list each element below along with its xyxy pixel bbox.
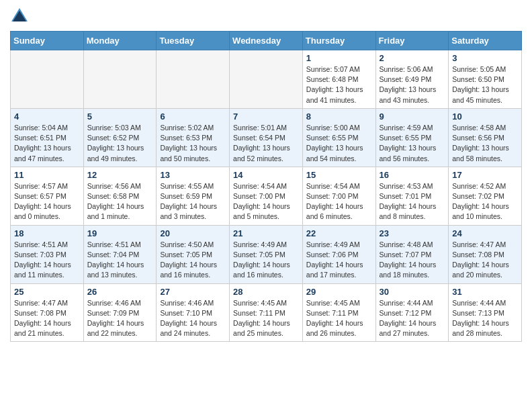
calendar-cell: 5Sunrise: 5:03 AMSunset: 6:52 PMDaylight…: [83, 108, 157, 167]
weekday-header-monday: Monday: [83, 32, 157, 50]
day-number: 24: [452, 228, 518, 238]
day-info: Sunrise: 5:03 AMSunset: 6:52 PMDaylight:…: [87, 123, 153, 164]
calendar-cell: 29Sunrise: 4:45 AMSunset: 7:11 PMDayligh…: [302, 283, 375, 342]
calendar-cell: 8Sunrise: 5:00 AMSunset: 6:55 PMDaylight…: [302, 108, 375, 167]
header: [10, 7, 522, 26]
day-number: 30: [380, 287, 445, 297]
day-number: 16: [380, 170, 445, 180]
weekday-header-thursday: Thursday: [302, 32, 375, 50]
calendar-cell: 6Sunrise: 5:02 AMSunset: 6:53 PMDaylight…: [157, 108, 230, 167]
day-info: Sunrise: 5:02 AMSunset: 6:53 PMDaylight:…: [160, 123, 226, 164]
day-info: Sunrise: 5:05 AMSunset: 6:50 PMDaylight:…: [452, 64, 518, 105]
day-info: Sunrise: 4:51 AMSunset: 7:03 PMDaylight:…: [14, 240, 80, 281]
weekday-header-saturday: Saturday: [449, 32, 522, 50]
day-number: 22: [306, 228, 372, 238]
day-number: 17: [452, 170, 518, 180]
day-info: Sunrise: 4:50 AMSunset: 7:05 PMDaylight:…: [160, 240, 226, 281]
calendar-cell: 28Sunrise: 4:45 AMSunset: 7:11 PMDayligh…: [230, 283, 303, 342]
calendar-cell: 21Sunrise: 4:49 AMSunset: 7:05 PMDayligh…: [230, 225, 303, 283]
calendar-cell: 15Sunrise: 4:54 AMSunset: 7:00 PMDayligh…: [302, 167, 375, 225]
calendar-cell: [157, 50, 230, 109]
day-number: 3: [452, 53, 518, 63]
calendar-cell: 25Sunrise: 4:47 AMSunset: 7:08 PMDayligh…: [11, 283, 84, 342]
weekday-header-tuesday: Tuesday: [157, 32, 230, 50]
week-row-1: 1Sunrise: 5:07 AMSunset: 6:48 PMDaylight…: [11, 50, 522, 109]
calendar-cell: 13Sunrise: 4:55 AMSunset: 6:59 PMDayligh…: [157, 167, 230, 225]
calendar-cell: 27Sunrise: 4:46 AMSunset: 7:10 PMDayligh…: [157, 283, 230, 342]
calendar-cell: 14Sunrise: 4:54 AMSunset: 7:00 PMDayligh…: [230, 167, 303, 225]
day-number: 11: [14, 170, 80, 180]
calendar-cell: 12Sunrise: 4:56 AMSunset: 6:58 PMDayligh…: [83, 167, 157, 225]
day-info: Sunrise: 4:48 AMSunset: 7:07 PMDaylight:…: [380, 240, 445, 281]
weekday-header-friday: Friday: [375, 32, 449, 50]
weekday-header-row: SundayMondayTuesdayWednesdayThursdayFrid…: [11, 32, 522, 50]
week-row-3: 11Sunrise: 4:57 AMSunset: 6:57 PMDayligh…: [11, 167, 522, 225]
calendar-cell: 20Sunrise: 4:50 AMSunset: 7:05 PMDayligh…: [157, 225, 230, 283]
day-info: Sunrise: 5:00 AMSunset: 6:55 PMDaylight:…: [306, 123, 372, 164]
day-info: Sunrise: 4:53 AMSunset: 7:01 PMDaylight:…: [380, 181, 445, 222]
day-info: Sunrise: 4:57 AMSunset: 6:57 PMDaylight:…: [14, 181, 80, 222]
day-number: 1: [306, 53, 372, 63]
day-number: 4: [14, 111, 80, 122]
day-number: 18: [14, 228, 80, 238]
day-number: 9: [380, 111, 445, 122]
day-info: Sunrise: 5:07 AMSunset: 6:48 PMDaylight:…: [306, 64, 372, 105]
logo-icon: [10, 7, 29, 26]
day-info: Sunrise: 4:52 AMSunset: 7:02 PMDaylight:…: [452, 181, 518, 222]
calendar-cell: 26Sunrise: 4:46 AMSunset: 7:09 PMDayligh…: [83, 283, 157, 342]
weekday-header-sunday: Sunday: [11, 32, 84, 50]
day-number: 19: [87, 228, 153, 238]
calendar-cell: 24Sunrise: 4:47 AMSunset: 7:08 PMDayligh…: [449, 225, 522, 283]
day-info: Sunrise: 4:55 AMSunset: 6:59 PMDaylight:…: [160, 181, 226, 222]
calendar-table: SundayMondayTuesdayWednesdayThursdayFrid…: [10, 31, 522, 342]
logo: [10, 7, 32, 26]
calendar-cell: 23Sunrise: 4:48 AMSunset: 7:07 PMDayligh…: [375, 225, 449, 283]
calendar-cell: [230, 50, 303, 109]
day-number: 6: [160, 111, 226, 122]
calendar-container: SundayMondayTuesdayWednesdayThursdayFrid…: [0, 0, 532, 352]
day-number: 8: [306, 111, 372, 122]
day-info: Sunrise: 4:56 AMSunset: 6:58 PMDaylight:…: [87, 181, 153, 222]
day-number: 5: [87, 111, 153, 122]
calendar-cell: 3Sunrise: 5:05 AMSunset: 6:50 PMDaylight…: [449, 50, 522, 109]
week-row-4: 18Sunrise: 4:51 AMSunset: 7:03 PMDayligh…: [11, 225, 522, 283]
calendar-cell: 30Sunrise: 4:44 AMSunset: 7:12 PMDayligh…: [375, 283, 449, 342]
calendar-cell: 17Sunrise: 4:52 AMSunset: 7:02 PMDayligh…: [449, 167, 522, 225]
day-number: 25: [14, 287, 80, 297]
calendar-cell: 22Sunrise: 4:49 AMSunset: 7:06 PMDayligh…: [302, 225, 375, 283]
day-info: Sunrise: 4:51 AMSunset: 7:04 PMDaylight:…: [87, 240, 153, 281]
day-info: Sunrise: 4:44 AMSunset: 7:12 PMDaylight:…: [380, 298, 445, 339]
calendar-cell: [11, 50, 84, 109]
calendar-cell: 11Sunrise: 4:57 AMSunset: 6:57 PMDayligh…: [11, 167, 84, 225]
day-number: 26: [87, 287, 153, 297]
day-info: Sunrise: 4:54 AMSunset: 7:00 PMDaylight:…: [233, 181, 299, 222]
week-row-2: 4Sunrise: 5:04 AMSunset: 6:51 PMDaylight…: [11, 108, 522, 167]
week-row-5: 25Sunrise: 4:47 AMSunset: 7:08 PMDayligh…: [11, 283, 522, 342]
day-info: Sunrise: 4:58 AMSunset: 6:56 PMDaylight:…: [452, 123, 518, 164]
day-number: 21: [233, 228, 299, 238]
calendar-cell: 4Sunrise: 5:04 AMSunset: 6:51 PMDaylight…: [11, 108, 84, 167]
day-number: 12: [87, 170, 153, 180]
calendar-cell: 2Sunrise: 5:06 AMSunset: 6:49 PMDaylight…: [375, 50, 449, 109]
calendar-cell: 16Sunrise: 4:53 AMSunset: 7:01 PMDayligh…: [375, 167, 449, 225]
calendar-cell: [83, 50, 157, 109]
day-number: 2: [380, 53, 445, 63]
day-info: Sunrise: 4:49 AMSunset: 7:05 PMDaylight:…: [233, 240, 299, 281]
day-info: Sunrise: 5:04 AMSunset: 6:51 PMDaylight:…: [14, 123, 80, 164]
day-info: Sunrise: 4:49 AMSunset: 7:06 PMDaylight:…: [306, 240, 372, 281]
day-info: Sunrise: 4:47 AMSunset: 7:08 PMDaylight:…: [452, 240, 518, 281]
day-number: 23: [380, 228, 445, 238]
day-number: 27: [160, 287, 226, 297]
day-info: Sunrise: 4:59 AMSunset: 6:55 PMDaylight:…: [380, 123, 445, 164]
day-info: Sunrise: 4:54 AMSunset: 7:00 PMDaylight:…: [306, 181, 372, 222]
calendar-cell: 19Sunrise: 4:51 AMSunset: 7:04 PMDayligh…: [83, 225, 157, 283]
day-info: Sunrise: 5:01 AMSunset: 6:54 PMDaylight:…: [233, 123, 299, 164]
day-number: 28: [233, 287, 299, 297]
day-info: Sunrise: 4:45 AMSunset: 7:11 PMDaylight:…: [233, 298, 299, 339]
day-number: 15: [306, 170, 372, 180]
day-number: 29: [306, 287, 372, 297]
day-number: 20: [160, 228, 226, 238]
day-info: Sunrise: 4:45 AMSunset: 7:11 PMDaylight:…: [306, 298, 372, 339]
calendar-cell: 18Sunrise: 4:51 AMSunset: 7:03 PMDayligh…: [11, 225, 84, 283]
calendar-cell: 31Sunrise: 4:44 AMSunset: 7:13 PMDayligh…: [449, 283, 522, 342]
